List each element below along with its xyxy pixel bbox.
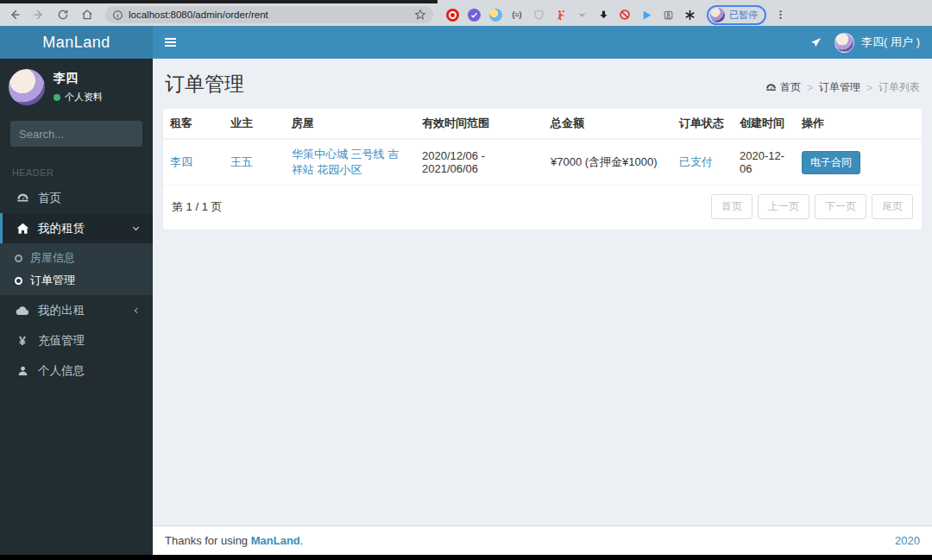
sidebar-toggle-button[interactable] xyxy=(153,26,187,59)
browser-menu-icon[interactable] xyxy=(775,9,786,21)
footer-text: Thanks for using xyxy=(165,534,248,547)
breadcrumb: 首页 > 订单管理 > 订单列表 xyxy=(765,80,920,98)
chevron-gray-icon[interactable] xyxy=(575,8,589,22)
sidebar-item-recharge[interactable]: ¥ 充值管理 xyxy=(0,325,153,356)
dashboard-icon xyxy=(15,192,30,204)
tabstrip-dark-segment xyxy=(0,0,438,3)
shield-gray-icon[interactable] xyxy=(532,8,545,22)
owner-link[interactable]: 王五 xyxy=(230,155,253,168)
asterisk-black-icon[interactable] xyxy=(683,8,696,22)
pagination: 第 1 / 1 页 首页 上一页 下一页 尾页 xyxy=(163,186,922,230)
page-info-icon[interactable] xyxy=(112,9,123,21)
e-contract-button[interactable]: 电子合同 xyxy=(802,151,860,174)
footer-brand-link[interactable]: ManLand xyxy=(251,534,300,547)
sidebar-submenu-my-rent: 房屋信息 订单管理 xyxy=(0,243,153,295)
col-status: 订单状态 xyxy=(672,109,733,139)
sidebar-item-my-rent[interactable]: 我的租赁 xyxy=(0,213,153,243)
footer-period: . xyxy=(300,534,304,547)
url-text[interactable]: localhost:8080/admin/order/rent xyxy=(129,9,409,20)
valid-range-value: 2020/12/06 - 2021/06/06 xyxy=(422,149,485,175)
blocker-red-icon[interactable] xyxy=(618,8,632,22)
tenant-link[interactable]: 李四 xyxy=(170,155,192,168)
sidebar-user-panel: 李四 个人资料 xyxy=(0,59,153,116)
sidebar-item-home[interactable]: 首页 xyxy=(0,183,153,213)
breadcrumb-order-management[interactable]: 订单管理 xyxy=(819,80,860,95)
send-plane-icon[interactable] xyxy=(809,36,822,49)
browser-chrome: localhost:8080/admin/order/rent (≡) 已暂停 xyxy=(0,0,932,26)
cloud-icon xyxy=(15,305,30,316)
online-status-icon xyxy=(54,94,60,101)
extension-icons: (≡) xyxy=(445,8,696,22)
main-content: 订单管理 首页 > 订单管理 > 订单列表 xyxy=(153,59,932,555)
page-info: 第 1 / 1 页 xyxy=(172,199,223,215)
browser-tabstrip xyxy=(0,0,932,3)
col-created: 创建时间 xyxy=(733,109,795,139)
download-black-icon[interactable] xyxy=(596,8,610,22)
pen-blue-icon[interactable] xyxy=(488,8,502,22)
tabstrip-active-tab xyxy=(438,0,932,3)
browser-toolbar: localhost:8080/admin/order/rent (≡) 已暂停 xyxy=(0,3,932,26)
chevron-down-icon xyxy=(131,223,141,233)
order-table: 租客 业主 房屋 有效时间范围 总金额 订单状态 创建时间 操作 李四 王五 华 xyxy=(163,109,922,186)
sidebar-item-house-info[interactable]: 房屋信息 xyxy=(0,247,153,269)
user-menu[interactable]: 李四( 用户 ) xyxy=(834,33,920,53)
sidebar-item-label: 我的租赁 xyxy=(38,221,85,236)
forward-icon[interactable] xyxy=(29,5,48,24)
submenu-item-label: 订单管理 xyxy=(30,273,75,288)
reload-icon[interactable] xyxy=(54,5,72,24)
brand-logo[interactable]: ManLand xyxy=(0,26,153,59)
sidebar-profile-link[interactable]: 个人资料 xyxy=(54,91,103,104)
play-blue-icon[interactable] xyxy=(639,8,653,22)
col-valid-range: 有效时间范围 xyxy=(415,109,544,139)
house-icon xyxy=(15,223,30,235)
sidebar: 李四 个人资料 HEADER 首页 xyxy=(0,59,153,555)
page-title: 订单管理 xyxy=(165,71,244,98)
sidebar-section-header: HEADER xyxy=(0,157,153,183)
next-page-button[interactable]: 下一页 xyxy=(815,194,866,219)
sidebar-item-my-lease-out[interactable]: 我的出租 xyxy=(0,295,153,325)
breadcrumb-separator: > xyxy=(807,82,813,94)
user-avatar xyxy=(834,33,854,53)
prev-page-button[interactable]: 上一页 xyxy=(758,194,809,219)
breadcrumb-order-list: 订单列表 xyxy=(878,80,920,95)
sidebar-item-label: 个人信息 xyxy=(38,363,85,379)
order-table-card: 租客 业主 房屋 有效时间范围 总金额 订单状态 创建时间 操作 李四 王五 华 xyxy=(162,108,923,230)
col-tenant: 租客 xyxy=(163,109,224,139)
status-link[interactable]: 已支付 xyxy=(679,155,713,168)
submenu-item-label: 房屋信息 xyxy=(30,250,75,266)
purple-check-icon[interactable] xyxy=(467,8,481,22)
browser-profile-avatar xyxy=(710,8,725,22)
first-page-button[interactable]: 首页 xyxy=(711,194,753,219)
address-bar[interactable]: localhost:8080/admin/order/rent xyxy=(105,6,433,23)
breadcrumb-label: 首页 xyxy=(780,80,801,95)
opera-red-icon[interactable] xyxy=(445,8,459,22)
sidebar-item-label: 首页 xyxy=(38,191,61,206)
square-gray-icon[interactable] xyxy=(661,8,675,22)
browser-profile-badge[interactable]: 已暂停 xyxy=(707,5,766,25)
window-bottom-edge xyxy=(0,555,932,560)
home-icon[interactable] xyxy=(78,5,97,24)
table-row: 李四 王五 华策中心城 三号线 吉祥站 花园小区 2020/12/06 - 20… xyxy=(163,139,922,186)
back-icon[interactable] xyxy=(5,5,24,24)
sidebar-item-order-management[interactable]: 订单管理 xyxy=(0,269,153,292)
sidebar-item-personal-info[interactable]: 个人信息 xyxy=(0,356,153,386)
bookmark-star-icon[interactable] xyxy=(414,9,426,21)
search-input[interactable] xyxy=(10,121,142,147)
col-owner: 业主 xyxy=(224,109,285,139)
last-page-button[interactable]: 尾页 xyxy=(872,194,913,219)
hamburger-icon xyxy=(165,36,176,48)
breadcrumb-home[interactable]: 首页 xyxy=(765,80,801,95)
runner-red-icon[interactable] xyxy=(553,8,567,22)
sidebar-avatar xyxy=(9,69,45,105)
sidebar-item-label: 充值管理 xyxy=(38,333,85,349)
house-link[interactable]: 华策中心城 三号线 吉祥站 花园小区 xyxy=(292,148,399,176)
person-icon xyxy=(15,365,30,377)
amount-value: ¥7000 (含押金¥1000) xyxy=(551,155,658,168)
circle-icon xyxy=(15,277,22,285)
sidebar-search xyxy=(10,121,142,147)
footer-year-link[interactable]: 2020 xyxy=(895,534,920,547)
user-name-label: 李四( 用户 ) xyxy=(861,35,920,50)
brackets-icon[interactable]: (≡) xyxy=(510,8,524,22)
chevron-left-icon xyxy=(132,306,141,315)
col-actions: 操作 xyxy=(795,109,922,139)
